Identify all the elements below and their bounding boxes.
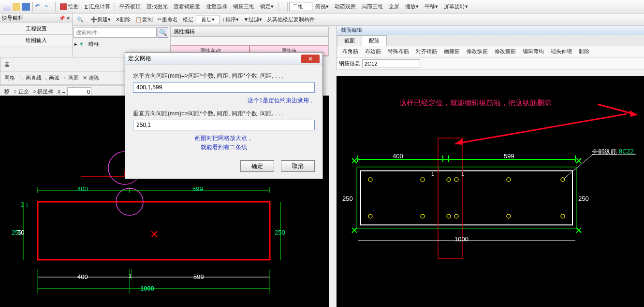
- svg-rect-17: [361, 171, 572, 225]
- draw-button[interactable]: 绘图: [57, 3, 82, 10]
- svg-rect-19: [357, 167, 576, 229]
- rebar-all-value: 8C22: [619, 148, 634, 155]
- clear-button[interactable]: ✕ 清除: [81, 74, 101, 82]
- view-rebar-button[interactable]: 查看钢筋量: [171, 3, 203, 10]
- draw-arc-button[interactable]: ◟ 画弧: [44, 74, 61, 82]
- floor-select[interactable]: 首层 ▾: [196, 15, 220, 24]
- view-2d-select[interactable]: 二维: [289, 2, 312, 11]
- component-search-row: 🔍: [73, 26, 169, 39]
- search-input[interactable]: [73, 27, 157, 38]
- partial-3d-button[interactable]: 局部三维: [359, 3, 386, 10]
- tool-modify-long[interactable]: 修改纵筋: [463, 48, 491, 55]
- grid-tab[interactable]: 网格: [2, 74, 17, 82]
- zoom-button[interactable]: 缩放 ▾: [402, 3, 422, 10]
- tool-delete[interactable]: 删除: [575, 48, 593, 55]
- search-icon[interactable]: 🔍: [74, 16, 86, 23]
- filter-icon[interactable]: ▼: [79, 41, 84, 47]
- tree-toggle-icon[interactable]: ▸: [74, 41, 77, 47]
- svg-point-24: [447, 178, 451, 181]
- svg-marker-35: [629, 110, 637, 117]
- right-canvas[interactable]: 这样已经定位，就能编辑纵筋啦，把这纵筋删除 400 599 1 1 250 25…: [337, 76, 644, 307]
- dim-1-tiny: 1 ↕: [20, 201, 29, 208]
- svg-marker-34: [455, 138, 463, 145]
- dialog-title: 定义网格: [128, 55, 151, 63]
- dialog-cancel-button[interactable]: 取消: [281, 160, 315, 172]
- tool-special-bar[interactable]: 特殊布筋: [384, 48, 412, 55]
- svg-point-23: [421, 214, 424, 218]
- svg-point-25: [447, 214, 451, 218]
- r-dim-1a: 1: [431, 171, 434, 177]
- svg-text:✕: ✕: [150, 228, 159, 240]
- top-view-button[interactable]: 俯视 ▾: [312, 3, 332, 10]
- tab-section[interactable]: 截面: [337, 35, 362, 46]
- dialog-note-2b: 就能看到有二条线: [133, 143, 315, 152]
- draw-toolstrip: 器 网格 ╲ 画直线 ◟ 画弧 ○ 画圆 ✕ 清除 移 ○ 正交 ○ 极坐标 X…: [0, 57, 126, 86]
- move-label: 移: [2, 88, 12, 95]
- dialog-note-1: 这个1是定位约束边缘用，: [133, 97, 315, 105]
- find-button[interactable]: 查找图元: [144, 3, 171, 10]
- draw-line-button[interactable]: ╲ 画直线: [17, 74, 44, 82]
- undo-icon[interactable]: ↶: [35, 3, 43, 11]
- align-top-button[interactable]: 平齐板顶: [117, 3, 144, 10]
- v-spacing-label: 垂直方向间距(mm)=>间距*个数, 间距, 间距*个数, 间距, . . .: [133, 110, 315, 118]
- r-dim-599: 599: [504, 153, 514, 160]
- screen-rotate-button[interactable]: 屏幕旋转 ▾: [441, 3, 471, 10]
- sidebar-pin-icon[interactable]: 📌 ✕: [59, 15, 70, 21]
- copy-from-floor-button[interactable]: 从其他楼层复制构件: [264, 16, 317, 23]
- save-icon[interactable]: [22, 3, 30, 11]
- ortho-radio[interactable]: ○ 正交: [12, 88, 31, 95]
- tool-modify-stirrup[interactable]: 修改箍筋: [491, 48, 519, 55]
- svg-point-31: [561, 214, 565, 218]
- r-dim-250-r: 250: [578, 195, 589, 202]
- dim-250-right: 250: [275, 229, 285, 236]
- sort-button[interactable]: ↕ 排序 ▾: [220, 16, 241, 23]
- svg-point-29: [507, 214, 511, 218]
- right-annotation: 这样已经定位，就能编辑纵筋啦，把这纵筋删除: [399, 98, 552, 108]
- sum-button[interactable]: Σ汇总计算: [82, 3, 113, 10]
- new-icon[interactable]: [3, 3, 11, 11]
- x-input[interactable]: [67, 87, 91, 96]
- dim-1-bot: 1: [129, 273, 132, 279]
- tool-edge-bar[interactable]: 布边筋: [362, 48, 384, 55]
- rebar-info-input[interactable]: [362, 59, 420, 68]
- rename-component-button[interactable]: ✏ 重命名: [155, 16, 180, 23]
- redo-icon[interactable]: »: [45, 3, 53, 11]
- delete-component-button[interactable]: ✕ 删除: [113, 16, 133, 23]
- main-toolbar: ↶ » 绘图 Σ汇总计算 平齐板顶 查找图元 查看钢筋量 批量选择 钢筋三维 锁…: [0, 0, 644, 14]
- v-spacing-input[interactable]: [133, 120, 315, 130]
- dim-1000: 1000: [140, 285, 154, 292]
- fullscreen-button[interactable]: 全屏: [386, 3, 402, 10]
- rebar-3d-button[interactable]: 钢筋三维: [230, 3, 257, 10]
- copy-component-button[interactable]: 📋 复制: [133, 16, 155, 23]
- batch-select-button[interactable]: 批量选择: [203, 3, 230, 10]
- tool-align-bar[interactable]: 对齐钢筋: [412, 48, 440, 55]
- x-label: X =: [55, 89, 67, 95]
- tool-edit-hook[interactable]: 编辑弯钩: [519, 48, 547, 55]
- tab-rebar[interactable]: 配筋: [362, 35, 387, 46]
- draw-circle-button[interactable]: ○ 画圆: [61, 74, 81, 82]
- tree-item[interactable]: 暗柱: [88, 41, 99, 47]
- sidebar-item-drawing[interactable]: 绘图输入: [0, 35, 72, 46]
- dim-400-bot: 400: [77, 273, 88, 280]
- lock-button[interactable]: 锁定 ▾: [257, 3, 277, 10]
- floor-label: 楼层: [180, 16, 196, 23]
- dim-250-left-w: 50: [17, 229, 24, 236]
- sidebar-title: 快导航栏 📌 ✕: [0, 14, 72, 23]
- svg-point-26: [454, 178, 458, 181]
- component-tree: ▸ ▼ 暗柱: [73, 39, 169, 50]
- search-button[interactable]: 🔍: [158, 27, 168, 38]
- polar-radio[interactable]: ○ 极坐标: [31, 88, 56, 95]
- tool-corner-bar[interactable]: 布角筋: [339, 48, 362, 55]
- dim-599-bot: 599: [193, 273, 204, 280]
- dialog-ok-button[interactable]: 确定: [240, 160, 274, 172]
- pan-button[interactable]: 平移 ▾: [422, 3, 441, 10]
- open-icon[interactable]: [13, 3, 20, 11]
- tool-end-extend[interactable]: 端头伸缩: [547, 48, 575, 55]
- dialog-close-button[interactable]: ✕: [301, 55, 320, 63]
- new-component-button[interactable]: ➕ 新建 ▾: [88, 16, 113, 23]
- dynamic-observe-button[interactable]: 动态观察: [332, 3, 359, 10]
- tool-draw-stirrup[interactable]: 画箍筋: [440, 48, 463, 55]
- filter-button[interactable]: ▼ 过滤 ▾: [241, 16, 265, 23]
- h-spacing-input[interactable]: [133, 82, 315, 93]
- sidebar-item-project[interactable]: 工程设置: [0, 23, 72, 35]
